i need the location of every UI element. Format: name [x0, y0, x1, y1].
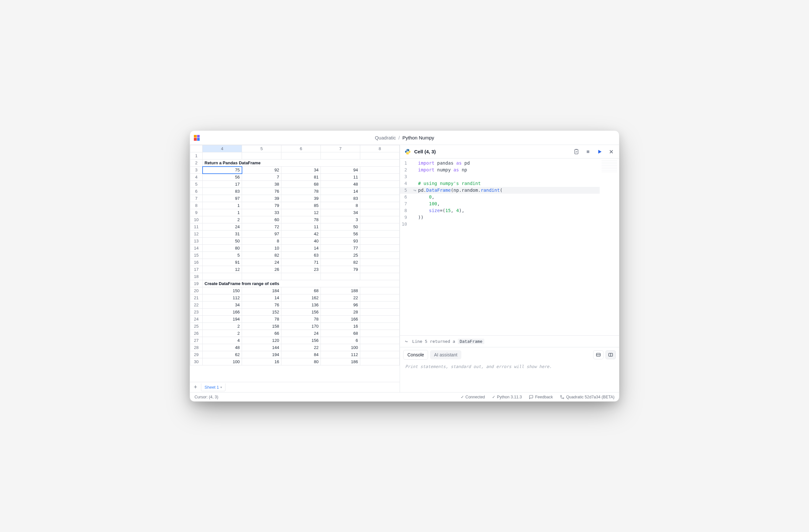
- cell[interactable]: 112: [321, 351, 360, 358]
- cell[interactable]: 85: [281, 202, 321, 209]
- grid-area[interactable]: 4567812Return a Pandas DataFrame37592349…: [190, 145, 400, 382]
- row-header[interactable]: 5: [190, 181, 203, 188]
- cell[interactable]: 48: [203, 344, 242, 351]
- cell[interactable]: 156: [281, 337, 321, 344]
- row-header[interactable]: 28: [190, 344, 203, 351]
- cell[interactable]: 28: [321, 308, 360, 316]
- col-header[interactable]: 6: [281, 145, 321, 153]
- add-sheet-button[interactable]: +: [191, 383, 200, 392]
- cell[interactable]: 94: [321, 166, 360, 174]
- cell[interactable]: 63: [281, 252, 321, 259]
- cell[interactable]: 84: [281, 351, 321, 358]
- cell[interactable]: [360, 202, 400, 209]
- cell[interactable]: [360, 287, 400, 295]
- cell[interactable]: 14: [321, 188, 360, 195]
- status-feedback[interactable]: Feedback: [529, 395, 553, 399]
- row-header[interactable]: 1: [190, 153, 203, 159]
- row-header[interactable]: 13: [190, 237, 203, 245]
- cell[interactable]: [360, 166, 400, 174]
- cell[interactable]: 91: [203, 259, 242, 266]
- row-header[interactable]: 11: [190, 224, 203, 230]
- cell[interactable]: 158: [242, 323, 281, 330]
- cell[interactable]: 24: [242, 259, 281, 266]
- cell[interactable]: [360, 153, 400, 159]
- cell[interactable]: 188: [321, 287, 360, 295]
- cell[interactable]: 39: [242, 195, 281, 202]
- cell[interactable]: [281, 273, 321, 280]
- row-header[interactable]: 9: [190, 209, 203, 216]
- cell[interactable]: 150: [203, 287, 242, 295]
- cell[interactable]: 100: [321, 344, 360, 351]
- cell[interactable]: 50: [203, 237, 242, 245]
- col-header[interactable]: 5: [242, 145, 281, 153]
- cell[interactable]: 71: [281, 259, 321, 266]
- cell[interactable]: [360, 252, 400, 259]
- play-icon[interactable]: [597, 148, 603, 155]
- cell[interactable]: [360, 181, 400, 188]
- cell[interactable]: 14: [281, 245, 321, 252]
- row-header[interactable]: 24: [190, 316, 203, 323]
- cell[interactable]: 33: [242, 209, 281, 216]
- cell[interactable]: 48: [321, 181, 360, 188]
- code-editor[interactable]: 1import pandas as pd2import numpy as np3…: [400, 159, 600, 335]
- cell[interactable]: [360, 237, 400, 245]
- cell[interactable]: 96: [321, 302, 360, 308]
- cell[interactable]: 62: [203, 351, 242, 358]
- row-header[interactable]: 19: [190, 280, 203, 287]
- row-header[interactable]: 4: [190, 174, 203, 181]
- cell[interactable]: 5: [203, 252, 242, 259]
- row-header[interactable]: 6: [190, 188, 203, 195]
- cell[interactable]: [360, 230, 400, 237]
- layout-vertical-icon[interactable]: [605, 350, 616, 359]
- row-header[interactable]: 20: [190, 287, 203, 295]
- row-header[interactable]: 2: [190, 159, 203, 166]
- col-header[interactable]: 4: [203, 145, 242, 153]
- cell[interactable]: 25: [321, 252, 360, 259]
- cell[interactable]: 24: [281, 330, 321, 337]
- cell[interactable]: 10: [242, 245, 281, 252]
- cell[interactable]: [321, 273, 360, 280]
- cell[interactable]: 34: [321, 209, 360, 216]
- cell[interactable]: 78: [281, 316, 321, 323]
- col-header[interactable]: 8: [360, 145, 400, 153]
- cell[interactable]: 68: [321, 330, 360, 337]
- cell[interactable]: 2: [203, 323, 242, 330]
- doc-name[interactable]: Python Numpy: [402, 135, 434, 140]
- cell[interactable]: 166: [321, 316, 360, 323]
- cell[interactable]: 186: [321, 358, 360, 366]
- cell[interactable]: 11: [321, 174, 360, 181]
- cell[interactable]: [360, 174, 400, 181]
- row-header[interactable]: 30: [190, 358, 203, 366]
- cell[interactable]: 14: [242, 295, 281, 302]
- cell[interactable]: [360, 295, 400, 302]
- cell[interactable]: [360, 316, 400, 323]
- cell[interactable]: 2: [203, 330, 242, 337]
- snippets-icon[interactable]: [573, 148, 580, 155]
- cell[interactable]: 4: [203, 337, 242, 344]
- cell[interactable]: 6: [321, 337, 360, 344]
- cell[interactable]: [360, 224, 400, 230]
- cell[interactable]: 60: [242, 216, 281, 224]
- cell[interactable]: 38: [242, 181, 281, 188]
- cell[interactable]: [360, 337, 400, 344]
- row-header[interactable]: 29: [190, 351, 203, 358]
- cell[interactable]: 81: [281, 174, 321, 181]
- cell[interactable]: [360, 209, 400, 216]
- cell[interactable]: 56: [203, 174, 242, 181]
- cell[interactable]: 68: [281, 181, 321, 188]
- cell[interactable]: 78: [242, 316, 281, 323]
- cell[interactable]: 72: [242, 224, 281, 230]
- cell[interactable]: 17: [203, 181, 242, 188]
- minimap[interactable]: [600, 159, 619, 335]
- cell[interactable]: [360, 259, 400, 266]
- cell[interactable]: [360, 323, 400, 330]
- cell[interactable]: [321, 153, 360, 159]
- cell[interactable]: 1: [203, 209, 242, 216]
- row-header[interactable]: 12: [190, 230, 203, 237]
- grid[interactable]: 4567812Return a Pandas DataFrame37592349…: [190, 145, 400, 366]
- cell[interactable]: 24: [203, 224, 242, 230]
- row-header[interactable]: 18: [190, 273, 203, 280]
- cell[interactable]: 80: [281, 358, 321, 366]
- cell[interactable]: [203, 153, 242, 159]
- row-header[interactable]: 10: [190, 216, 203, 224]
